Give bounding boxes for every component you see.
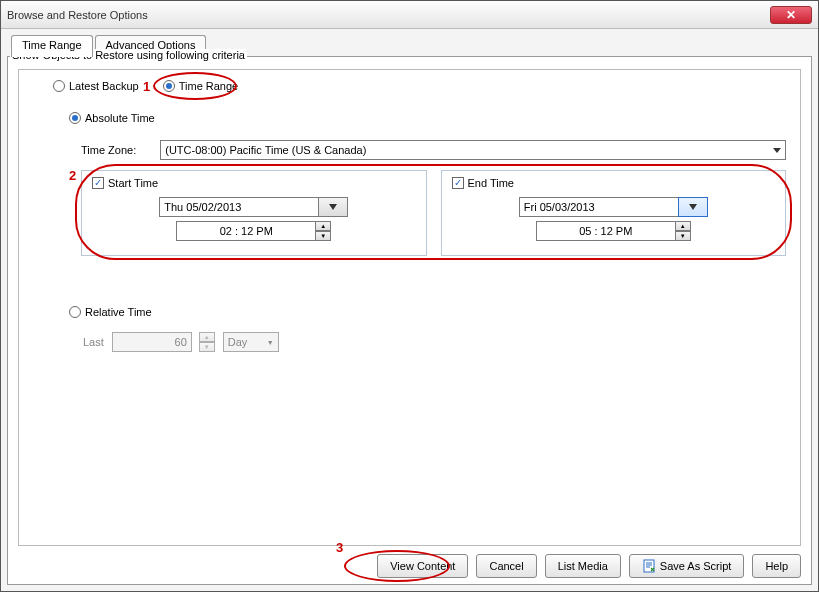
absolute-time-row: Absolute Time	[69, 112, 786, 124]
save-as-script-button[interactable]: Save As Script	[629, 554, 745, 578]
timezone-value: (UTC-08:00) Pacific Time (US & Canada)	[165, 144, 366, 156]
spinner-up-icon[interactable]: ▲	[315, 221, 331, 231]
spinner-up-icon: ▲	[199, 332, 215, 342]
radio-absolute-time[interactable]	[69, 112, 81, 124]
chevron-down-icon: ▼	[267, 339, 274, 346]
absolute-time-label: Absolute Time	[85, 112, 155, 124]
script-icon	[642, 559, 656, 573]
timezone-label: Time Zone:	[81, 144, 136, 156]
help-button[interactable]: Help	[752, 554, 801, 578]
spinner-down-icon[interactable]: ▼	[675, 231, 691, 241]
titlebar: Browse and Restore Options ✕	[1, 1, 818, 29]
radio-latest-backup[interactable]	[53, 80, 65, 92]
relative-unit-value: Day	[228, 336, 248, 348]
chevron-down-icon	[689, 204, 697, 210]
end-time-spinner[interactable]: ▲ ▼	[675, 221, 691, 241]
start-date-input[interactable]	[159, 197, 319, 217]
checkbox-start-time[interactable]	[92, 177, 104, 189]
relative-time-label: Relative Time	[85, 306, 152, 318]
button-row: 3 View Content Cancel List Media Save As…	[18, 554, 801, 578]
relative-value-spinner: ▲ ▼	[199, 332, 215, 352]
window-title: Browse and Restore Options	[7, 9, 770, 21]
start-date-picker-button[interactable]	[318, 197, 348, 217]
end-date-input[interactable]	[519, 197, 679, 217]
svg-marker-1	[689, 204, 697, 210]
list-media-button[interactable]: List Media	[545, 554, 621, 578]
start-time-spinner[interactable]: ▲ ▼	[315, 221, 331, 241]
save-as-script-label: Save As Script	[660, 560, 732, 572]
relative-time-block: Relative Time Last ▲ ▼ Day ▼	[69, 306, 786, 352]
end-time-input[interactable]	[536, 221, 676, 241]
latest-backup-label: Latest Backup	[69, 80, 139, 92]
close-button[interactable]: ✕	[770, 6, 812, 24]
annotation-3: 3	[336, 540, 343, 555]
relative-unit-select: Day ▼	[223, 332, 279, 352]
tab-page-time-range: Show Objects to Restore using following …	[7, 56, 812, 585]
dialog-window: Browse and Restore Options ✕ Time Range …	[0, 0, 819, 592]
end-time-group: End Time ▲ ▼	[441, 170, 787, 256]
radio-time-range[interactable]	[163, 80, 175, 92]
spinner-up-icon[interactable]: ▲	[675, 221, 691, 231]
tab-time-range[interactable]: Time Range	[11, 35, 93, 57]
start-time-group: Start Time ▲ ▼	[81, 170, 427, 256]
spinner-down-icon: ▼	[199, 342, 215, 352]
last-label: Last	[83, 336, 104, 348]
chevron-down-icon	[773, 148, 781, 153]
chevron-down-icon	[329, 204, 337, 210]
end-date-picker-button[interactable]	[678, 197, 708, 217]
start-time-input[interactable]	[176, 221, 316, 241]
view-content-button[interactable]: View Content	[377, 554, 468, 578]
annotation-1: 1	[143, 79, 150, 94]
spinner-down-icon[interactable]: ▼	[315, 231, 331, 241]
close-icon: ✕	[786, 8, 796, 22]
svg-marker-0	[329, 204, 337, 210]
annotation-2: 2	[69, 168, 76, 183]
start-time-label: Start Time	[108, 177, 158, 189]
end-time-label: End Time	[468, 177, 514, 189]
relative-value-input	[112, 332, 192, 352]
timezone-select[interactable]: (UTC-08:00) Pacific Time (US & Canada)	[160, 140, 786, 160]
cancel-button[interactable]: Cancel	[476, 554, 536, 578]
backup-mode-row: Latest Backup 1 Time Range	[53, 80, 786, 92]
checkbox-end-time[interactable]	[452, 177, 464, 189]
timezone-row: Time Zone: (UTC-08:00) Pacific Time (US …	[81, 140, 786, 160]
client-area: Time Range Advanced Options Show Objects…	[1, 29, 818, 591]
criteria-fieldset: Latest Backup 1 Time Range Absolute Time…	[18, 69, 801, 546]
time-range-label: Time Range	[179, 80, 239, 92]
radio-relative-time[interactable]	[69, 306, 81, 318]
time-boxes: Start Time ▲ ▼	[81, 170, 786, 256]
